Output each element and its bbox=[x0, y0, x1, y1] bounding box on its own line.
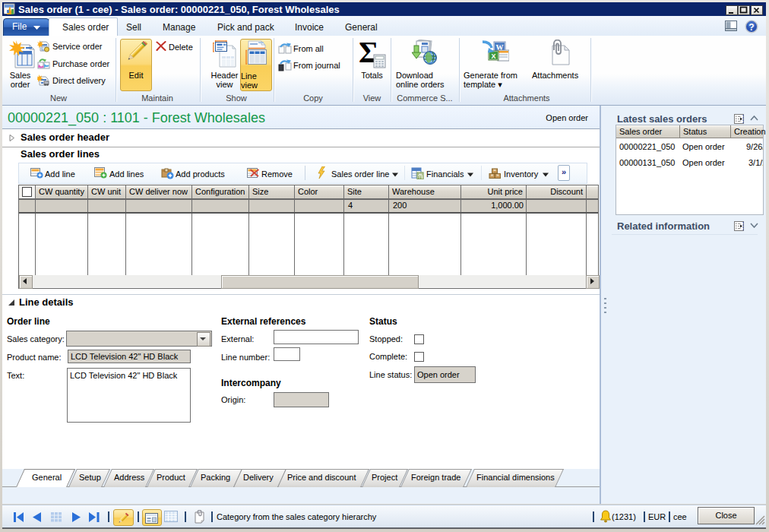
svg-text:?: ? bbox=[748, 22, 754, 33]
svg-text:X: X bbox=[491, 52, 495, 60]
